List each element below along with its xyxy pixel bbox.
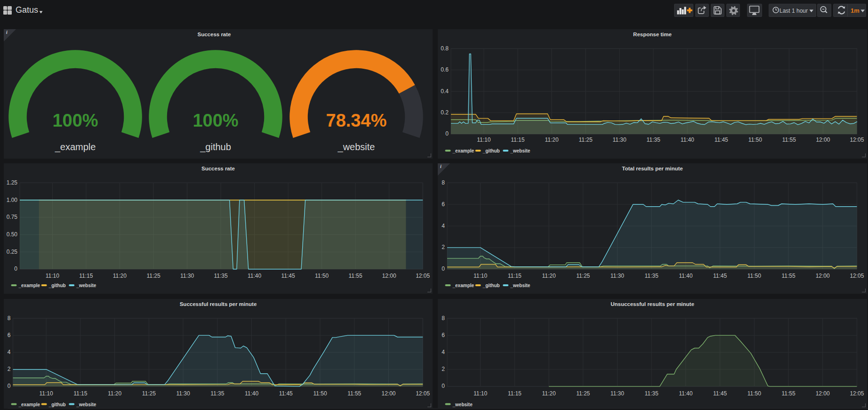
svg-text:0.6: 0.6: [441, 66, 449, 73]
svg-text:_website: _website: [76, 402, 96, 407]
svg-text:4: 4: [442, 349, 445, 355]
svg-text:8: 8: [442, 314, 445, 321]
svg-text:11:45: 11:45: [713, 273, 727, 279]
svg-text:11:55: 11:55: [347, 390, 361, 397]
svg-text:_example: _example: [18, 402, 40, 407]
svg-text:11:30: 11:30: [611, 390, 624, 397]
svg-text:8: 8: [442, 179, 445, 186]
svg-text:0.8: 0.8: [441, 45, 449, 52]
svg-text:100%: 100%: [193, 111, 238, 130]
svg-text:0.25: 0.25: [7, 249, 18, 255]
svg-text:11:55: 11:55: [781, 273, 795, 279]
svg-text:11:15: 11:15: [79, 273, 93, 279]
svg-text:4: 4: [442, 223, 445, 229]
svg-text:11:20: 11:20: [542, 390, 555, 397]
svg-text:11:50: 11:50: [747, 273, 761, 279]
svg-text:0.4: 0.4: [441, 88, 449, 95]
svg-text:11:20: 11:20: [542, 273, 555, 279]
svg-text:100%: 100%: [52, 111, 98, 130]
svg-text:11:10: 11:10: [474, 390, 487, 397]
svg-text:4: 4: [8, 349, 11, 355]
svg-text:11:35: 11:35: [645, 273, 659, 279]
svg-text:11:45: 11:45: [281, 273, 295, 279]
svg-text:11:15: 11:15: [73, 390, 87, 397]
svg-text:_website: _website: [510, 148, 530, 153]
svg-text:11:30: 11:30: [176, 390, 190, 397]
svg-text:11:25: 11:25: [576, 273, 590, 279]
svg-text:12:05: 12:05: [850, 390, 864, 397]
svg-text:11:40: 11:40: [679, 273, 692, 279]
svg-text:12:05: 12:05: [850, 137, 864, 143]
svg-text:11:25: 11:25: [576, 390, 590, 397]
svg-text:2: 2: [442, 366, 445, 372]
svg-text:11:50: 11:50: [747, 390, 761, 397]
svg-text:11:50: 11:50: [313, 390, 327, 397]
svg-text:_website: _website: [338, 142, 375, 153]
svg-text:11:10: 11:10: [40, 390, 53, 397]
svg-text:12:05: 12:05: [416, 390, 430, 397]
svg-text:12:00: 12:00: [816, 137, 830, 143]
svg-text:0: 0: [442, 265, 445, 272]
svg-text:11:20: 11:20: [113, 273, 127, 279]
svg-text:11:40: 11:40: [679, 390, 692, 397]
svg-text:_github: _github: [200, 142, 231, 153]
svg-text:2: 2: [8, 366, 11, 372]
svg-text:11:55: 11:55: [782, 137, 796, 143]
svg-text:11:40: 11:40: [248, 273, 261, 279]
svg-text:0.75: 0.75: [7, 214, 18, 220]
svg-text:_example: _example: [18, 283, 40, 288]
svg-text:2: 2: [442, 244, 445, 250]
svg-text:11:25: 11:25: [579, 137, 592, 143]
svg-text:11:10: 11:10: [46, 273, 59, 279]
svg-text:_example: _example: [55, 142, 96, 153]
svg-text:12:00: 12:00: [381, 390, 395, 397]
svg-text:_website: _website: [452, 402, 473, 407]
svg-text:8: 8: [8, 314, 11, 321]
svg-text:_github: _github: [48, 283, 66, 288]
svg-text:11:55: 11:55: [349, 273, 362, 279]
svg-text:_github: _github: [48, 402, 66, 407]
svg-text:11:50: 11:50: [315, 273, 329, 279]
svg-text:11:25: 11:25: [146, 273, 160, 279]
svg-text:11:10: 11:10: [474, 273, 487, 279]
svg-text:11:25: 11:25: [142, 390, 156, 397]
svg-text:11:15: 11:15: [508, 273, 522, 279]
svg-text:0.2: 0.2: [441, 109, 449, 116]
svg-text:11:45: 11:45: [715, 137, 728, 143]
svg-text:1.00: 1.00: [7, 197, 18, 203]
svg-text:11:45: 11:45: [279, 390, 293, 397]
svg-text:12:00: 12:00: [382, 273, 396, 279]
svg-text:_website: _website: [76, 283, 96, 288]
svg-text:11:20: 11:20: [108, 390, 121, 397]
svg-text:11:55: 11:55: [781, 390, 795, 397]
svg-text:0.50: 0.50: [7, 231, 18, 238]
svg-text:0: 0: [442, 383, 445, 389]
svg-text:11:35: 11:35: [645, 390, 659, 397]
svg-text:11:15: 11:15: [511, 137, 524, 143]
svg-text:_website: _website: [510, 283, 530, 288]
svg-text:11:40: 11:40: [681, 137, 694, 143]
svg-text:_github: _github: [482, 148, 500, 153]
svg-text:0: 0: [8, 383, 11, 389]
svg-text:11:45: 11:45: [713, 390, 727, 397]
svg-text:11:10: 11:10: [477, 137, 490, 143]
svg-text:12:00: 12:00: [816, 273, 830, 279]
svg-text:11:35: 11:35: [647, 137, 660, 143]
svg-text:11:35: 11:35: [210, 390, 224, 397]
svg-text:11:15: 11:15: [508, 390, 522, 397]
svg-text:6: 6: [8, 332, 11, 338]
svg-text:1.25: 1.25: [7, 179, 18, 186]
svg-text:11:40: 11:40: [245, 390, 258, 397]
svg-text:11:30: 11:30: [613, 137, 627, 143]
svg-text:0: 0: [14, 265, 17, 272]
svg-text:12:05: 12:05: [850, 273, 864, 279]
svg-text:12:05: 12:05: [416, 273, 430, 279]
svg-text:0: 0: [445, 130, 449, 137]
svg-text:78.34%: 78.34%: [326, 111, 387, 130]
svg-text:12:00: 12:00: [816, 390, 830, 397]
svg-text:_example: _example: [452, 283, 474, 288]
svg-text:_github: _github: [482, 283, 500, 288]
svg-text:_example: _example: [452, 148, 474, 153]
svg-text:11:50: 11:50: [748, 137, 762, 143]
svg-text:6: 6: [442, 332, 445, 338]
